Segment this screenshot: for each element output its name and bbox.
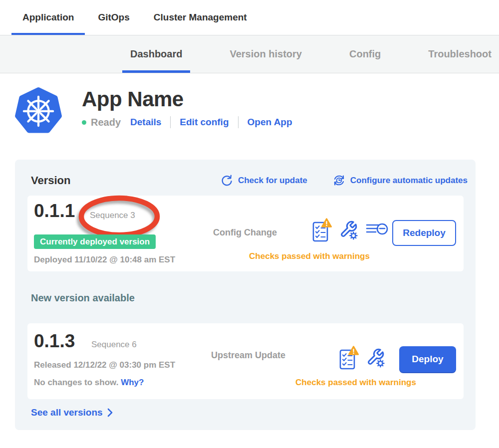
app-header: App Name Ready Details Edit config Open … [0,73,499,134]
deployed-version-card: 0.1.1 Sequence 3 Currently deployed vers… [27,196,464,271]
checks-status-text: Checks passed with warnings [217,251,402,261]
available-version-card: 0.1.3 Sequence 6 Released 12/12/22 @ 03:… [27,323,464,399]
top-tab-label: Cluster Management [154,12,247,23]
sub-tab-label: Config [349,48,381,60]
sub-tab-version-history[interactable]: Version history [222,35,310,73]
status-badge: Ready [91,117,121,128]
config-wrench-gear-icon[interactable] [365,347,386,368]
preflight-checklist-warning-icon[interactable] [312,218,332,242]
version-source-label: Upstream Update [211,350,285,361]
admin-console-page: Application GitOps Cluster Management Da… [0,0,499,448]
version-panel-actions: Check for update Configure automatic upd… [221,174,468,187]
refresh-icon [221,174,234,187]
top-tab-label: GitOps [98,12,129,23]
sub-tab-troubleshoot[interactable]: Troubleshoot [420,35,499,73]
available-version-sequence: Sequence 6 [91,340,137,350]
version-panel: Version Check for update [15,160,476,430]
diff-lines-magnifier-icon[interactable] [366,221,389,239]
version-check-icons [312,216,389,244]
top-tab-gitops[interactable]: GitOps [87,0,140,35]
sub-tab-label: Dashboard [130,48,182,60]
version-check-icons [339,343,386,372]
checks-status-text: Checks passed with warnings [263,378,448,388]
deployed-version-sequence: Sequence 3 [90,211,135,221]
deployed-version-number: 0.1.1 [34,201,75,222]
currently-deployed-badge: Currently deployed version [34,234,156,249]
configure-automatic-updates-label: Configure automatic updates [350,176,468,186]
divider [238,116,239,128]
top-tab-label: Application [22,12,74,23]
deploy-button[interactable]: Deploy [399,346,456,372]
edit-config-link[interactable]: Edit config [180,117,229,128]
sub-tab-label: Troubleshoot [428,48,492,60]
see-all-versions-label: See all versions [31,407,103,418]
no-changes-note: No changes to show. Why? [34,378,144,388]
redeploy-button[interactable]: Redeploy [392,220,456,246]
see-all-versions-link[interactable]: See all versions [31,407,113,418]
config-wrench-gear-icon[interactable] [338,220,359,240]
no-changes-text: No changes to show. [34,378,118,387]
configure-automatic-updates-link[interactable]: Configure automatic updates [332,174,468,187]
released-timestamp: Released 12/12/22 @ 03:30 pm EST [34,360,175,370]
check-for-update-link[interactable]: Check for update [221,174,307,187]
app-sub-nav: Dashboard Version history Config Trouble… [0,35,499,73]
auto-update-clock-icon [332,174,346,187]
details-link[interactable]: Details [130,117,161,128]
version-panel-header: Version Check for update [31,174,468,187]
new-version-heading: New version available [31,292,135,304]
available-version-number: 0.1.3 [34,331,75,352]
version-source-label: Config Change [213,227,277,238]
status-dot-icon [82,120,86,125]
version-panel-title: Version [31,174,70,187]
top-nav: Application GitOps Cluster Management [0,0,499,35]
preflight-checklist-warning-icon[interactable] [339,345,359,370]
chevron-right-icon [107,408,113,418]
page-title: App Name [82,88,292,110]
app-status-row: Ready Details Edit config Open App [82,116,292,128]
divider [170,116,171,128]
kubernetes-logo-icon [15,86,62,134]
top-tab-application[interactable]: Application [11,0,85,35]
sub-tab-dashboard[interactable]: Dashboard [122,35,190,73]
check-for-update-label: Check for update [238,176,307,186]
deployed-timestamp: Deployed 11/10/22 @ 10:48 am EST [34,255,175,265]
sub-tab-config[interactable]: Config [341,35,389,73]
top-tab-cluster-management[interactable]: Cluster Management [143,0,258,35]
sub-tab-label: Version history [230,48,302,60]
open-app-link[interactable]: Open App [248,117,292,128]
why-link[interactable]: Why? [121,378,144,387]
